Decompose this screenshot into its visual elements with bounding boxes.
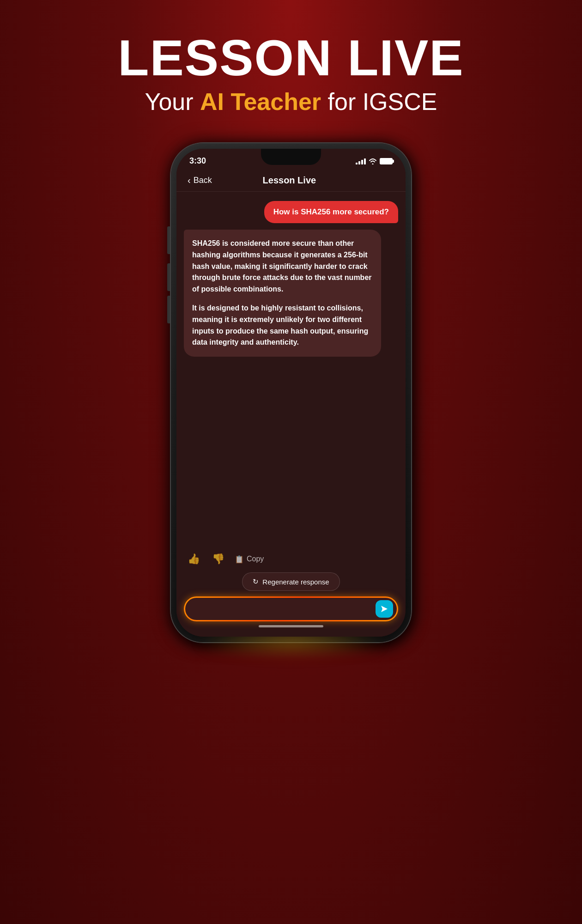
thumbs-down-icon: 👎 <box>212 553 224 565</box>
app-title: LESSON LIVE <box>0 32 582 83</box>
copy-button[interactable]: 📋 Copy <box>235 555 264 564</box>
signal-bar-4 <box>364 158 366 164</box>
battery-icon <box>380 158 393 164</box>
status-icons <box>356 158 393 164</box>
subtitle-before: Your <box>145 88 200 115</box>
send-button[interactable] <box>376 600 393 618</box>
user-message-bubble: How is SHA256 more secured? <box>264 201 398 223</box>
back-chevron-icon: ‹ <box>188 175 191 186</box>
thumbs-up-icon: 👍 <box>188 553 200 565</box>
nav-bar: ‹ Back Lesson Live <box>176 170 406 192</box>
ai-message-p2: It is designed to be highly resistant to… <box>192 303 373 348</box>
phone-screen: 3:30 <box>176 149 406 637</box>
message-actions: 👍 👎 📋 Copy <box>176 549 406 569</box>
chat-input[interactable] <box>193 600 376 618</box>
copy-label: Copy <box>247 555 264 563</box>
phone-notch <box>261 149 321 165</box>
phone-mockup: 3:30 <box>0 143 582 642</box>
regenerate-label: Regenerate response <box>262 578 329 586</box>
nav-title: Lesson Live <box>263 175 316 186</box>
regenerate-button[interactable]: ↻ Regenerate response <box>242 572 340 591</box>
ai-message-p1: SHA256 is considered more secure than ot… <box>192 238 373 295</box>
signal-bar-1 <box>356 163 358 164</box>
subtitle-after: for IGSCE <box>321 88 437 115</box>
send-icon <box>380 605 388 613</box>
page-header: LESSON LIVE Your AI Teacher for IGSCE <box>0 0 582 134</box>
phone-outer: 3:30 <box>171 143 411 642</box>
chat-area: How is SHA256 more secured? SHA256 is co… <box>176 192 406 549</box>
back-label: Back <box>194 176 212 185</box>
bottom-area: ↻ Regenerate response <box>176 569 406 637</box>
regenerate-icon: ↻ <box>253 578 259 586</box>
status-time: 3:30 <box>189 156 206 166</box>
signal-bars-icon <box>356 158 366 164</box>
dislike-button[interactable]: 👎 <box>210 551 226 567</box>
subtitle-highlight: AI Teacher <box>200 88 321 115</box>
app-subtitle: Your AI Teacher for IGSCE <box>0 88 582 116</box>
wifi-icon <box>369 158 377 164</box>
like-button[interactable]: 👍 <box>186 551 202 567</box>
signal-bar-3 <box>361 160 363 164</box>
home-indicator <box>259 625 323 627</box>
ai-message-bubble: SHA256 is considered more secure than ot… <box>184 230 381 357</box>
back-button[interactable]: ‹ Back <box>188 175 212 186</box>
copy-icon: 📋 <box>235 555 244 564</box>
input-inner <box>185 598 397 620</box>
input-wrapper <box>184 596 398 621</box>
signal-bar-2 <box>358 161 360 164</box>
